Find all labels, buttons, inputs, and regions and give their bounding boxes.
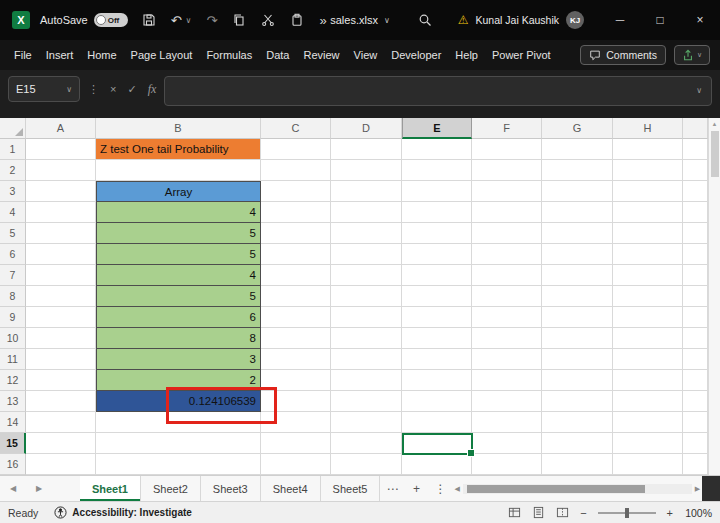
cell-H6[interactable] (613, 244, 683, 265)
column-header-G[interactable]: G (542, 118, 613, 139)
undo-icon[interactable]: ↶ (171, 14, 182, 27)
cell-H3[interactable] (613, 181, 683, 202)
column-header-H[interactable]: H (613, 118, 683, 139)
row-header-12[interactable]: 12 (0, 370, 26, 391)
cell-H4[interactable] (613, 202, 683, 223)
cell-B10[interactable]: 8 (96, 328, 261, 349)
account-menu[interactable]: ⚠ Kunal Jai Kaushik KJ (458, 11, 584, 29)
cell-F6[interactable] (472, 244, 542, 265)
cell-E5[interactable] (402, 223, 472, 244)
cell-E13[interactable] (402, 391, 472, 412)
tab-developer[interactable]: Developer (391, 49, 441, 61)
cell-partial-9[interactable] (683, 307, 708, 328)
column-header-A[interactable]: A (26, 118, 96, 139)
cell-F8[interactable] (472, 286, 542, 307)
cell-E11[interactable] (402, 349, 472, 370)
row-header-9[interactable]: 9 (0, 307, 26, 328)
cell-D11[interactable] (331, 349, 402, 370)
cell-F13[interactable] (472, 391, 542, 412)
cell-C10[interactable] (261, 328, 331, 349)
cell-H10[interactable] (613, 328, 683, 349)
excel-logo-icon[interactable]: X (12, 11, 30, 29)
cell-F16[interactable] (472, 454, 542, 475)
cell-A14[interactable] (26, 412, 96, 433)
cell-B3[interactable]: Array (96, 181, 261, 202)
cell-F3[interactable] (472, 181, 542, 202)
cell-B2[interactable] (96, 160, 261, 181)
autosave-switch[interactable]: Off (94, 13, 128, 27)
zoom-level[interactable]: 100% (684, 507, 712, 519)
cell-A11[interactable] (26, 349, 96, 370)
vertical-scrollbar[interactable]: ▲ (708, 118, 720, 475)
zoom-out-icon[interactable]: − (580, 507, 586, 519)
cell-F10[interactable] (472, 328, 542, 349)
cell-C6[interactable] (261, 244, 331, 265)
cell-partial-14[interactable] (683, 412, 708, 433)
cell-B15[interactable] (96, 433, 261, 454)
cell-B11[interactable]: 3 (96, 349, 261, 370)
cell-F9[interactable] (472, 307, 542, 328)
cell-B14[interactable] (96, 412, 261, 433)
cell-C2[interactable] (261, 160, 331, 181)
cell-C13[interactable] (261, 391, 331, 412)
cell-F5[interactable] (472, 223, 542, 244)
vscroll-thumb[interactable] (711, 131, 719, 177)
hscroll-right-icon[interactable]: ▶ (695, 485, 700, 493)
cell-F15[interactable] (472, 433, 542, 454)
cell-partial-11[interactable] (683, 349, 708, 370)
cell-B7[interactable]: 4 (96, 265, 261, 286)
cell-A7[interactable] (26, 265, 96, 286)
cell-D14[interactable] (331, 412, 402, 433)
select-all-corner[interactable] (0, 118, 26, 139)
cell-E2[interactable] (402, 160, 472, 181)
column-header-partial[interactable] (683, 118, 708, 139)
cell-G4[interactable] (542, 202, 613, 223)
cell-H2[interactable] (613, 160, 683, 181)
page-layout-view-icon[interactable] (532, 506, 545, 519)
page-break-preview-icon[interactable] (556, 506, 569, 519)
cell-C8[interactable] (261, 286, 331, 307)
row-header-8[interactable]: 8 (0, 286, 26, 307)
zoom-slider[interactable] (598, 512, 656, 514)
cell-E9[interactable] (402, 307, 472, 328)
cell-E1[interactable] (402, 139, 472, 160)
cell-C9[interactable] (261, 307, 331, 328)
column-header-D[interactable]: D (331, 118, 402, 139)
normal-view-icon[interactable] (508, 506, 521, 519)
formula-input[interactable]: ∨ (164, 76, 712, 106)
tab-power-pivot[interactable]: Power Pivot (492, 49, 551, 61)
cell-E6[interactable] (402, 244, 472, 265)
cell-B1[interactable]: Z test One tail Probability (96, 139, 261, 160)
cell-C7[interactable] (261, 265, 331, 286)
insert-function-icon[interactable]: fx (148, 82, 157, 97)
cell-D16[interactable] (331, 454, 402, 475)
cell-partial-5[interactable] (683, 223, 708, 244)
cell-partial-10[interactable] (683, 328, 708, 349)
sheet-nav-left-icon[interactable]: ◀ (0, 476, 26, 501)
cell-G11[interactable] (542, 349, 613, 370)
cell-D7[interactable] (331, 265, 402, 286)
sheet-tab-sheet1[interactable]: Sheet1 (80, 476, 141, 501)
cell-partial-6[interactable] (683, 244, 708, 265)
new-sheet-button[interactable]: + (404, 476, 428, 501)
cell-B16[interactable] (96, 454, 261, 475)
cell-partial-12[interactable] (683, 370, 708, 391)
cell-partial-16[interactable] (683, 454, 708, 475)
cell-A12[interactable] (26, 370, 96, 391)
tab-review[interactable]: Review (303, 49, 339, 61)
close-button[interactable]: × (680, 0, 720, 40)
hscroll-left-icon[interactable]: ◀ (454, 485, 459, 493)
row-header-14[interactable]: 14 (0, 412, 26, 433)
cell-F2[interactable] (472, 160, 542, 181)
cell-H5[interactable] (613, 223, 683, 244)
cell-H9[interactable] (613, 307, 683, 328)
sheet-tab-sheet4[interactable]: Sheet4 (261, 476, 321, 501)
undo-chevron-icon[interactable]: ∨ (186, 16, 192, 25)
row-header-4[interactable]: 4 (0, 202, 26, 223)
cell-F12[interactable] (472, 370, 542, 391)
cell-partial-2[interactable] (683, 160, 708, 181)
cell-C15[interactable] (261, 433, 331, 454)
cell-G13[interactable] (542, 391, 613, 412)
cell-C14[interactable] (261, 412, 331, 433)
cell-F7[interactable] (472, 265, 542, 286)
